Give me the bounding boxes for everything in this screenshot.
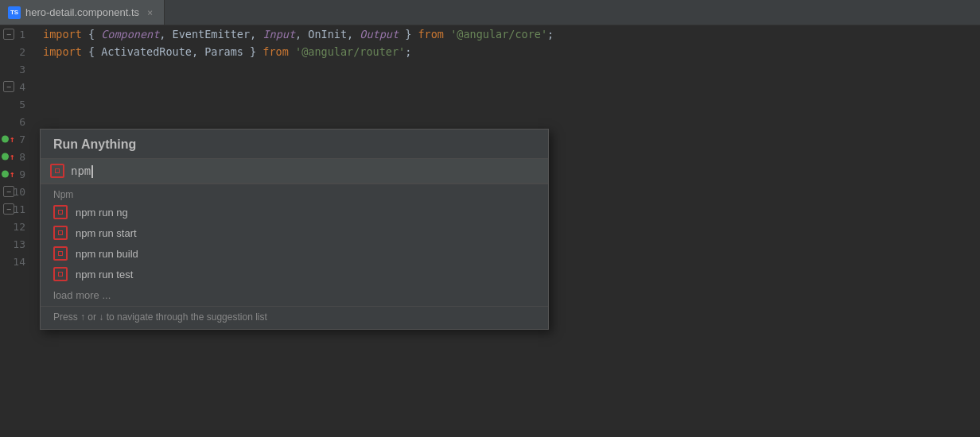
fold-icon-1[interactable]: − <box>3 29 14 40</box>
npm-icon <box>50 164 64 178</box>
typescript-icon: TS <box>8 6 21 19</box>
line-number-11: − 11 <box>0 200 32 218</box>
line-number-5: 5 <box>0 95 32 113</box>
search-text: npm <box>71 164 91 177</box>
popup-item-1[interactable]: npm run start <box>41 222 548 243</box>
line-number-13: 13 <box>0 235 32 253</box>
gutter-arrow-7: ↑ <box>10 134 15 145</box>
npm-item-icon-3 <box>53 267 68 281</box>
tab-bar: TS hero-detail.component.ts × <box>0 0 980 25</box>
gutter-arrow-9: ↑ <box>10 169 15 180</box>
popup-item-3[interactable]: npm run test <box>41 264 548 284</box>
gutter-dot-8 <box>2 153 9 160</box>
popup-load-more[interactable]: load more ... <box>41 284 548 306</box>
gutter-dot-7 <box>2 136 9 143</box>
line-numbers: − 1 2 3 − 4 5 6 <box>0 25 40 437</box>
run-anything-popup: Run Anything npm Npm npm run ng <box>40 129 549 330</box>
gutter-arrow-8: ↑ <box>10 152 15 162</box>
code-line-1: import { Component , EventEmitter, Input… <box>40 25 980 43</box>
npm-icon-inner <box>55 168 60 173</box>
line-number-12: 12 <box>0 218 32 235</box>
line-number-4: − 4 <box>0 78 32 95</box>
fold-icon-4[interactable]: − <box>3 81 14 92</box>
popup-item-2[interactable]: npm run build <box>41 243 548 264</box>
npm-item-icon-inner-1 <box>58 230 63 235</box>
editor-container: TS hero-detail.component.ts × − 1 2 3 <box>0 0 980 437</box>
tab-filename: hero-detail.component.ts <box>25 6 139 18</box>
line-number-10: − 10 <box>0 183 32 200</box>
code-line-6 <box>40 113 980 130</box>
line-number-14: 14 <box>0 253 32 270</box>
gutter-8: ↑ <box>2 152 15 162</box>
editor-tab[interactable]: TS hero-detail.component.ts × <box>0 0 165 25</box>
line-number-2: 2 <box>0 43 32 60</box>
popup-section-label: Npm <box>41 184 548 202</box>
popup-item-label-3: npm run test <box>76 269 133 280</box>
fold-icon-10[interactable]: − <box>3 186 14 197</box>
popup-item-label-0: npm run ng <box>76 207 128 218</box>
code-line-4 <box>40 78 980 95</box>
npm-item-icon-2 <box>53 246 68 261</box>
gutter-7: ↑ <box>2 134 15 145</box>
code-line-3 <box>40 60 980 78</box>
line-number-8: ↑ 8 <box>0 148 32 165</box>
popup-item-0[interactable]: npm run ng <box>41 202 548 222</box>
line-number-3: 3 <box>0 60 32 78</box>
npm-item-icon-inner-2 <box>58 251 63 256</box>
line-number-1: − 1 <box>0 25 32 43</box>
code-line-5 <box>40 95 980 113</box>
popup-search-row[interactable]: npm <box>41 159 548 184</box>
text-cursor <box>91 165 93 178</box>
npm-item-icon-inner-3 <box>58 272 63 277</box>
popup-title: Run Anything <box>41 130 548 159</box>
gutter-9: ↑ <box>2 169 15 180</box>
tab-close-button[interactable]: × <box>144 6 156 20</box>
npm-item-icon-inner-0 <box>58 210 63 215</box>
npm-item-icon-1 <box>53 226 68 240</box>
search-input-display: npm <box>71 164 93 178</box>
gutter-dot-9 <box>2 171 9 178</box>
code-line-2: import { ActivatedRoute, Params } from '… <box>40 43 980 60</box>
fold-icon-11[interactable]: − <box>3 203 14 215</box>
line-number-9: ↑ 9 <box>0 165 32 183</box>
line-number-7: ↑ 7 <box>0 130 32 148</box>
npm-item-icon-0 <box>53 205 68 219</box>
popup-item-label-2: npm run build <box>76 248 138 260</box>
line-number-6: 6 <box>0 113 32 130</box>
code-area: − 1 2 3 − 4 5 6 <box>0 25 980 437</box>
popup-item-label-1: npm run start <box>76 227 137 239</box>
popup-hint: Press ↑ or ↓ to navigate through the sug… <box>41 306 548 329</box>
